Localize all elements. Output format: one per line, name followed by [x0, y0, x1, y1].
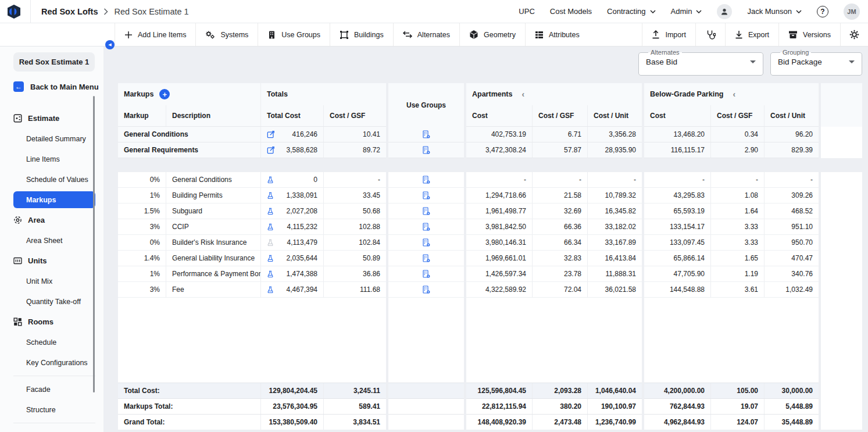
- collapse-group-icon[interactable]: ‹: [733, 90, 735, 99]
- sidebar-item-schedule-of-values[interactable]: Schedule of Values: [13, 169, 95, 190]
- markup-description-cell[interactable]: Building Permits: [166, 188, 260, 203]
- user-menu[interactable]: Jack Munson: [747, 7, 802, 16]
- markup-description-cell[interactable]: CCIP: [166, 219, 260, 234]
- use-group-building-icon[interactable]: [422, 270, 430, 278]
- app-logo-icon[interactable]: [6, 3, 22, 20]
- systems-button[interactable]: Systems: [195, 23, 258, 46]
- sidebar-item-line-items[interactable]: Line Items: [13, 149, 95, 169]
- markup-percent-cell[interactable]: 0%: [118, 235, 166, 250]
- markup-description-cell[interactable]: General Liability Insurance: [166, 251, 260, 266]
- markup-flask-icon[interactable]: [267, 208, 274, 215]
- nav-admin[interactable]: Admin: [671, 7, 702, 16]
- sidebar-collapse-button[interactable]: ◀: [105, 40, 115, 49]
- use-groups-button[interactable]: Use Groups: [258, 23, 330, 46]
- markup-summary-row: General Requirements3,588,62889.72: [118, 142, 386, 158]
- apartments-section: Apartments‹ CostCost / GSFCost / Unit 40…: [466, 83, 642, 430]
- column-header-cost-unit: Cost / Unit: [764, 105, 819, 126]
- geometry-button[interactable]: Geometry: [459, 23, 525, 46]
- markup-description-cell[interactable]: Fee: [166, 282, 260, 297]
- use-group-building-icon[interactable]: [422, 176, 430, 184]
- nav-cost-models[interactable]: Cost Models: [550, 7, 592, 16]
- use-group-building-icon[interactable]: [422, 285, 430, 294]
- add-markup-button[interactable]: +: [159, 89, 170, 99]
- markup-flask-icon[interactable]: [267, 255, 274, 262]
- toolbar: Add Line Items Systems Use Groups Buildi…: [0, 23, 868, 47]
- markup-percent-cell[interactable]: 1.4%: [118, 251, 166, 266]
- avatar-initials[interactable]: JM: [844, 3, 860, 20]
- markup-percent-cell[interactable]: 3%: [118, 282, 166, 297]
- sidebar-item-structure[interactable]: Structure: [13, 399, 95, 420]
- sidebar-item-facade[interactable]: Facade: [13, 379, 95, 399]
- sidebar-item-key-configurations[interactable]: Key Configurations: [13, 352, 95, 373]
- alternates-select[interactable]: Alternates Base Bid: [638, 52, 763, 76]
- cost-cell: 3.33: [710, 235, 764, 250]
- breadcrumb-page: Red Sox Estimate 1: [114, 7, 188, 16]
- sidebar-section-units[interactable]: Units: [13, 251, 95, 271]
- markup-description-cell[interactable]: Performance & Payment Bonds: [166, 266, 260, 281]
- settings-button[interactable]: [840, 23, 868, 46]
- cost-cell: 468.52: [764, 203, 819, 219]
- markup-flask-icon[interactable]: [267, 223, 274, 231]
- cost-cell: 1,236,740.99: [587, 415, 642, 430]
- nav-upc[interactable]: UPC: [519, 7, 534, 16]
- sidebar-item-markups[interactable]: Markups: [13, 191, 95, 208]
- audit-button[interactable]: [695, 23, 725, 46]
- buildings-button[interactable]: Buildings: [330, 23, 393, 46]
- alternates-button[interactable]: Alternates: [393, 23, 459, 46]
- import-button[interactable]: Import: [642, 23, 695, 46]
- back-to-main-menu[interactable]: ← Back to Main Menu: [13, 81, 103, 92]
- markup-flask-icon[interactable]: [267, 239, 274, 247]
- totals-section-title: Totals: [260, 83, 386, 105]
- markup-description-cell[interactable]: Subguard: [166, 203, 260, 219]
- markup-percent-cell[interactable]: 3%: [118, 219, 166, 234]
- open-markup-icon[interactable]: [267, 130, 275, 138]
- sidebar-item-create-system[interactable]: Create System: [13, 426, 95, 432]
- versions-button[interactable]: Versions: [778, 23, 840, 46]
- export-button[interactable]: Export: [725, 23, 778, 46]
- sidebar-scrollbar[interactable]: [93, 96, 95, 392]
- use-group-building-icon[interactable]: [422, 207, 430, 215]
- use-group-cell: [388, 235, 464, 251]
- use-group-building-icon[interactable]: [422, 146, 430, 154]
- nav-contracting[interactable]: Contracting: [607, 7, 655, 16]
- markup-description-cell[interactable]: General Conditions: [166, 172, 260, 187]
- sidebar-item-area-sheet[interactable]: Area Sheet: [13, 230, 95, 251]
- use-group-building-icon[interactable]: [422, 254, 430, 262]
- markup-flask-icon[interactable]: [267, 192, 274, 199]
- sidebar-item-schedule[interactable]: Schedule: [13, 332, 95, 352]
- attributes-button[interactable]: Attributes: [525, 23, 589, 46]
- sidebar-section-area[interactable]: Area: [13, 210, 95, 230]
- markup-percent-cell[interactable]: 0%: [118, 172, 166, 187]
- use-group-building-icon[interactable]: [422, 238, 430, 247]
- cost-cell: 2.90: [710, 142, 764, 158]
- use-group-building-icon[interactable]: [422, 191, 430, 199]
- markups-section-title: Markups +: [118, 83, 260, 105]
- open-markup-icon[interactable]: [267, 146, 275, 154]
- use-group-building-icon[interactable]: [422, 223, 430, 231]
- sidebar-section-rooms[interactable]: Rooms: [13, 312, 95, 332]
- markup-percent-cell[interactable]: 1%: [118, 188, 166, 203]
- total-cost-cell: 129,804,204.45: [260, 383, 323, 398]
- use-group-building-icon[interactable]: [422, 130, 430, 138]
- sidebar-item-unit-mix[interactable]: Unit Mix: [13, 271, 95, 291]
- divider: [30, 0, 31, 23]
- sidebar-item-quantity-take-off[interactable]: Quantity Take-off: [13, 291, 95, 312]
- markup-description-cell[interactable]: Builder's Risk Insurance: [166, 235, 260, 250]
- cost-gsf-cell: 50.89: [323, 251, 386, 266]
- breadcrumb-project[interactable]: Red Sox Lofts: [41, 7, 98, 16]
- markup-flask-icon[interactable]: [267, 286, 274, 294]
- user-avatar-icon[interactable]: [717, 4, 732, 19]
- markup-percent-cell[interactable]: 1.5%: [118, 203, 166, 219]
- markup-row: 1.5%Subguard2,027,20850.68: [118, 203, 386, 219]
- markup-flask-icon[interactable]: [267, 270, 274, 278]
- help-button[interactable]: ?: [817, 6, 828, 17]
- markup-flask-icon[interactable]: [267, 176, 274, 184]
- add-line-items-button[interactable]: Add Line Items: [115, 23, 195, 46]
- collapse-group-icon[interactable]: ‹: [521, 90, 524, 99]
- cost-cell: 1,426,597.34: [466, 266, 532, 281]
- grouping-select[interactable]: Grouping Bid Package: [770, 52, 862, 76]
- cost-cell: 133,097.45: [644, 235, 710, 250]
- markup-percent-cell[interactable]: 1%: [118, 266, 166, 281]
- sidebar-section-estimate[interactable]: Estimate: [13, 108, 95, 128]
- sidebar-item-detailed-summary[interactable]: Detailed Summary: [13, 128, 95, 149]
